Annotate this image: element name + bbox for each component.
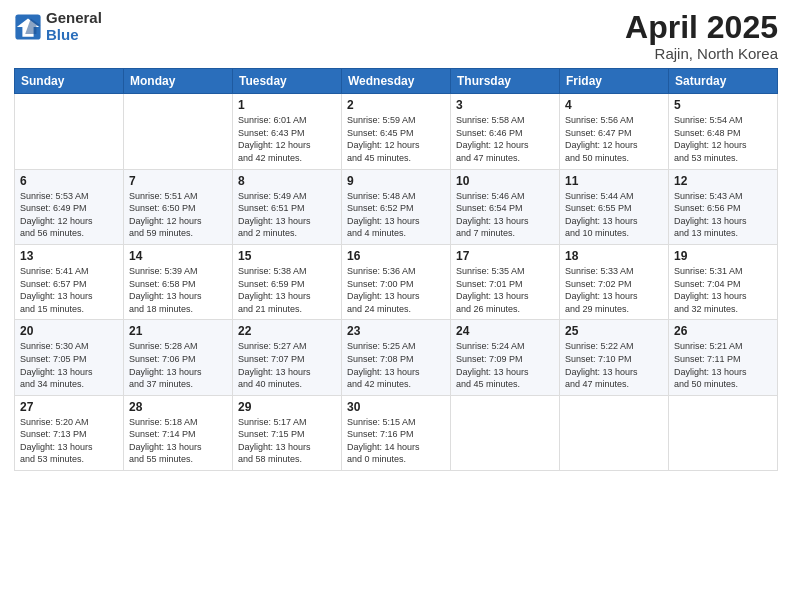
cell-info: Sunrise: 5:20 AM Sunset: 7:13 PM Dayligh… (20, 416, 118, 466)
cell-info: Sunrise: 5:53 AM Sunset: 6:49 PM Dayligh… (20, 190, 118, 240)
day-number: 16 (347, 249, 445, 263)
day-number: 1 (238, 98, 336, 112)
day-number: 8 (238, 174, 336, 188)
cell-info: Sunrise: 5:27 AM Sunset: 7:07 PM Dayligh… (238, 340, 336, 390)
calendar-cell: 15Sunrise: 5:38 AM Sunset: 6:59 PM Dayli… (233, 244, 342, 319)
day-number: 15 (238, 249, 336, 263)
cell-info: Sunrise: 5:51 AM Sunset: 6:50 PM Dayligh… (129, 190, 227, 240)
calendar-cell: 28Sunrise: 5:18 AM Sunset: 7:14 PM Dayli… (124, 395, 233, 470)
day-number: 3 (456, 98, 554, 112)
calendar-cell: 21Sunrise: 5:28 AM Sunset: 7:06 PM Dayli… (124, 320, 233, 395)
cell-info: Sunrise: 5:56 AM Sunset: 6:47 PM Dayligh… (565, 114, 663, 164)
calendar-cell (15, 94, 124, 169)
day-number: 28 (129, 400, 227, 414)
cell-info: Sunrise: 5:43 AM Sunset: 6:56 PM Dayligh… (674, 190, 772, 240)
calendar-cell: 18Sunrise: 5:33 AM Sunset: 7:02 PM Dayli… (560, 244, 669, 319)
cell-info: Sunrise: 5:54 AM Sunset: 6:48 PM Dayligh… (674, 114, 772, 164)
day-number: 21 (129, 324, 227, 338)
calendar-cell: 13Sunrise: 5:41 AM Sunset: 6:57 PM Dayli… (15, 244, 124, 319)
page-container: General Blue April 2025 Rajin, North Kor… (0, 0, 792, 481)
day-number: 20 (20, 324, 118, 338)
calendar-cell: 20Sunrise: 5:30 AM Sunset: 7:05 PM Dayli… (15, 320, 124, 395)
month-title: April 2025 (625, 10, 778, 45)
col-monday: Monday (124, 69, 233, 94)
cell-info: Sunrise: 5:44 AM Sunset: 6:55 PM Dayligh… (565, 190, 663, 240)
cell-info: Sunrise: 5:21 AM Sunset: 7:11 PM Dayligh… (674, 340, 772, 390)
day-number: 19 (674, 249, 772, 263)
calendar-cell: 7Sunrise: 5:51 AM Sunset: 6:50 PM Daylig… (124, 169, 233, 244)
calendar-cell: 26Sunrise: 5:21 AM Sunset: 7:11 PM Dayli… (669, 320, 778, 395)
calendar-cell (560, 395, 669, 470)
calendar-week-4: 27Sunrise: 5:20 AM Sunset: 7:13 PM Dayli… (15, 395, 778, 470)
col-saturday: Saturday (669, 69, 778, 94)
day-number: 9 (347, 174, 445, 188)
cell-info: Sunrise: 5:35 AM Sunset: 7:01 PM Dayligh… (456, 265, 554, 315)
calendar-header-row: Sunday Monday Tuesday Wednesday Thursday… (15, 69, 778, 94)
day-number: 11 (565, 174, 663, 188)
calendar-cell: 29Sunrise: 5:17 AM Sunset: 7:15 PM Dayli… (233, 395, 342, 470)
day-number: 5 (674, 98, 772, 112)
day-number: 2 (347, 98, 445, 112)
calendar-cell: 6Sunrise: 5:53 AM Sunset: 6:49 PM Daylig… (15, 169, 124, 244)
calendar-cell: 5Sunrise: 5:54 AM Sunset: 6:48 PM Daylig… (669, 94, 778, 169)
cell-info: Sunrise: 5:18 AM Sunset: 7:14 PM Dayligh… (129, 416, 227, 466)
calendar-cell: 30Sunrise: 5:15 AM Sunset: 7:16 PM Dayli… (342, 395, 451, 470)
calendar-cell: 24Sunrise: 5:24 AM Sunset: 7:09 PM Dayli… (451, 320, 560, 395)
calendar-cell: 8Sunrise: 5:49 AM Sunset: 6:51 PM Daylig… (233, 169, 342, 244)
calendar-week-3: 20Sunrise: 5:30 AM Sunset: 7:05 PM Dayli… (15, 320, 778, 395)
logo-general: General (46, 10, 102, 27)
calendar-cell: 10Sunrise: 5:46 AM Sunset: 6:54 PM Dayli… (451, 169, 560, 244)
location-title: Rajin, North Korea (625, 45, 778, 62)
calendar-week-1: 6Sunrise: 5:53 AM Sunset: 6:49 PM Daylig… (15, 169, 778, 244)
day-number: 24 (456, 324, 554, 338)
calendar-week-0: 1Sunrise: 6:01 AM Sunset: 6:43 PM Daylig… (15, 94, 778, 169)
day-number: 30 (347, 400, 445, 414)
calendar-cell: 14Sunrise: 5:39 AM Sunset: 6:58 PM Dayli… (124, 244, 233, 319)
calendar-cell: 12Sunrise: 5:43 AM Sunset: 6:56 PM Dayli… (669, 169, 778, 244)
cell-info: Sunrise: 5:46 AM Sunset: 6:54 PM Dayligh… (456, 190, 554, 240)
cell-info: Sunrise: 5:30 AM Sunset: 7:05 PM Dayligh… (20, 340, 118, 390)
calendar-week-2: 13Sunrise: 5:41 AM Sunset: 6:57 PM Dayli… (15, 244, 778, 319)
calendar-cell: 4Sunrise: 5:56 AM Sunset: 6:47 PM Daylig… (560, 94, 669, 169)
cell-info: Sunrise: 5:48 AM Sunset: 6:52 PM Dayligh… (347, 190, 445, 240)
logo-text: General Blue (46, 10, 102, 43)
cell-info: Sunrise: 5:28 AM Sunset: 7:06 PM Dayligh… (129, 340, 227, 390)
day-number: 23 (347, 324, 445, 338)
calendar-cell: 22Sunrise: 5:27 AM Sunset: 7:07 PM Dayli… (233, 320, 342, 395)
day-number: 22 (238, 324, 336, 338)
cell-info: Sunrise: 5:38 AM Sunset: 6:59 PM Dayligh… (238, 265, 336, 315)
day-number: 7 (129, 174, 227, 188)
day-number: 26 (674, 324, 772, 338)
col-tuesday: Tuesday (233, 69, 342, 94)
calendar-cell (669, 395, 778, 470)
calendar-cell: 9Sunrise: 5:48 AM Sunset: 6:52 PM Daylig… (342, 169, 451, 244)
col-friday: Friday (560, 69, 669, 94)
calendar-cell: 11Sunrise: 5:44 AM Sunset: 6:55 PM Dayli… (560, 169, 669, 244)
col-thursday: Thursday (451, 69, 560, 94)
cell-info: Sunrise: 5:58 AM Sunset: 6:46 PM Dayligh… (456, 114, 554, 164)
day-number: 10 (456, 174, 554, 188)
calendar-cell (124, 94, 233, 169)
calendar-table: Sunday Monday Tuesday Wednesday Thursday… (14, 68, 778, 471)
calendar-cell: 27Sunrise: 5:20 AM Sunset: 7:13 PM Dayli… (15, 395, 124, 470)
calendar-cell: 3Sunrise: 5:58 AM Sunset: 6:46 PM Daylig… (451, 94, 560, 169)
day-number: 17 (456, 249, 554, 263)
calendar-cell: 1Sunrise: 6:01 AM Sunset: 6:43 PM Daylig… (233, 94, 342, 169)
col-wednesday: Wednesday (342, 69, 451, 94)
cell-info: Sunrise: 5:36 AM Sunset: 7:00 PM Dayligh… (347, 265, 445, 315)
cell-info: Sunrise: 5:49 AM Sunset: 6:51 PM Dayligh… (238, 190, 336, 240)
day-number: 4 (565, 98, 663, 112)
cell-info: Sunrise: 5:59 AM Sunset: 6:45 PM Dayligh… (347, 114, 445, 164)
header: General Blue April 2025 Rajin, North Kor… (14, 10, 778, 62)
day-number: 14 (129, 249, 227, 263)
calendar-cell: 17Sunrise: 5:35 AM Sunset: 7:01 PM Dayli… (451, 244, 560, 319)
calendar-cell: 16Sunrise: 5:36 AM Sunset: 7:00 PM Dayli… (342, 244, 451, 319)
title-block: April 2025 Rajin, North Korea (625, 10, 778, 62)
calendar-cell: 19Sunrise: 5:31 AM Sunset: 7:04 PM Dayli… (669, 244, 778, 319)
day-number: 27 (20, 400, 118, 414)
logo: General Blue (14, 10, 102, 43)
calendar-cell: 25Sunrise: 5:22 AM Sunset: 7:10 PM Dayli… (560, 320, 669, 395)
cell-info: Sunrise: 5:22 AM Sunset: 7:10 PM Dayligh… (565, 340, 663, 390)
day-number: 6 (20, 174, 118, 188)
logo-blue: Blue (46, 27, 102, 44)
